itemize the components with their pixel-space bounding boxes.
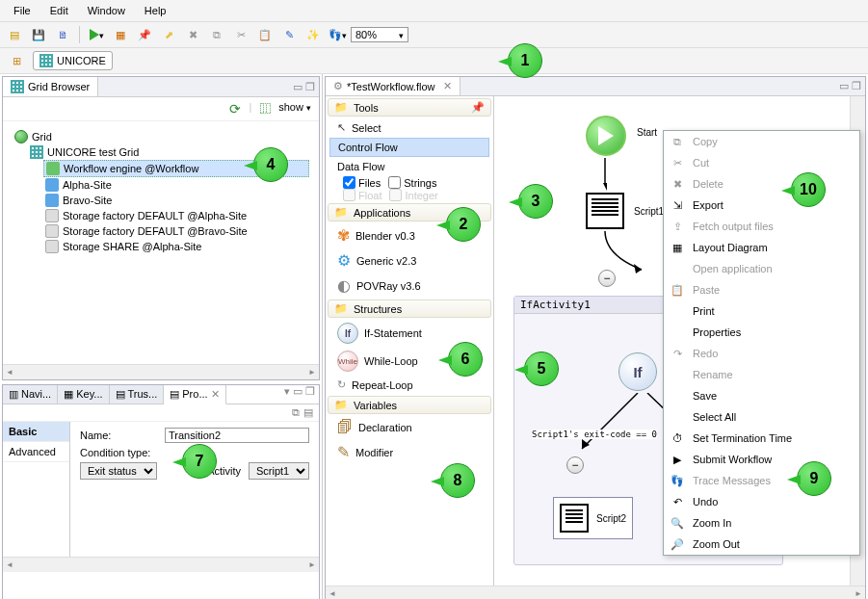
open-perspective-button[interactable]: ⊞ [6, 50, 27, 71]
ctx-open-application: Open application [664, 258, 859, 279]
pal-generic[interactable]: ⚙Generic v2.3 [329, 248, 489, 273]
name-label: Name: [80, 430, 157, 441]
tree-storage-alpha[interactable]: Storage factory DEFAULT @Alpha-Site [43, 208, 309, 223]
maximize-icon[interactable]: ❐ [305, 385, 315, 404]
pal-control-flow[interactable]: Control Flow [329, 138, 489, 157]
drawer-structures[interactable]: 📁Structures [328, 300, 491, 318]
tab-navigator[interactable]: ▥ Navi... [3, 385, 58, 404]
hscrollbar[interactable] [326, 586, 865, 599]
hscrollbar[interactable] [3, 364, 319, 379]
main-toolbar: ▤ 💾 🗎 ▦ 📌 ⬈ ✖ ⧉ ✂ 📋 ✎ ✨ 👣 80% [0, 22, 868, 48]
activity-select[interactable]: Script1 [249, 462, 309, 480]
script1-node[interactable] [586, 193, 624, 229]
view-menu-icon[interactable]: ▾ [284, 385, 290, 404]
play-icon: ▶ [670, 452, 685, 467]
tree-storage-share[interactable]: Storage SHARE @Alpha-Site [43, 239, 309, 254]
editor-tab[interactable]: ⚙ *TestWorkflow.flow ✕ [326, 77, 460, 95]
blank-icon [670, 367, 685, 382]
copy-button[interactable]: ⧉ [206, 24, 227, 45]
menu-file[interactable]: File [4, 2, 40, 19]
ctx-layout-diagram[interactable]: ▦Layout Diagram [664, 237, 859, 258]
copy-icon: ⧉ [670, 134, 685, 149]
arrow-button[interactable]: ⬈ [158, 24, 179, 45]
script2-label: Script2 [596, 513, 626, 524]
unicore-perspective[interactable]: UNICORE [33, 51, 113, 70]
zoomout-icon: 🔎 [670, 536, 685, 552]
filter-icon[interactable]: ⿲ [257, 101, 273, 117]
ctx-properties[interactable]: Properties [664, 322, 859, 343]
grid-browser-tab[interactable]: Grid Browser [3, 77, 98, 96]
close-icon[interactable]: ✕ [211, 388, 220, 401]
cond-select[interactable]: Exit status [80, 462, 157, 480]
ctx-save[interactable]: Save [664, 385, 859, 406]
edit-button[interactable]: ✎ [278, 24, 300, 45]
ctx-label: Zoom In [693, 517, 731, 529]
tab-keystore[interactable]: ▦ Key... [58, 385, 109, 404]
ctx-print[interactable]: Print [664, 300, 859, 322]
wand-button[interactable]: ✨ [302, 24, 324, 45]
zoom-combo[interactable]: 80% [351, 27, 408, 42]
prop-basic[interactable]: Basic [3, 422, 69, 442]
transition-true-label[interactable]: Script1's exit-code == 0 [532, 430, 657, 439]
delete-button[interactable]: ✖ [182, 24, 203, 45]
ctx-select-all[interactable]: Select All [664, 406, 859, 428]
blank-icon [670, 325, 685, 340]
script2-container[interactable]: Script2 [553, 497, 633, 539]
callout-1: 1 [508, 43, 548, 84]
tree-bravo-site[interactable]: Bravo-Site [43, 193, 309, 208]
close-icon[interactable]: ✕ [443, 80, 452, 92]
collapse-toggle[interactable]: − [598, 270, 616, 287]
save-button[interactable]: 💾 [28, 24, 49, 45]
pin-button[interactable]: 📌 [134, 24, 155, 45]
name-field[interactable] [165, 428, 309, 443]
chk-files[interactable]: Files [343, 176, 381, 189]
ctx-label: Select All [693, 411, 736, 423]
pal-modifier[interactable]: ✎Modifier [329, 440, 489, 464]
minimize-icon[interactable]: ▭ [293, 81, 302, 93]
ctx-zoom-in[interactable]: 🔍Zoom In [664, 512, 859, 534]
ctx-label: Properties [693, 326, 741, 338]
tree-storage-bravo[interactable]: Storage factory DEFAULT @Bravo-Site [43, 223, 309, 239]
start-node[interactable] [586, 116, 626, 156]
drawer-variables[interactable]: 📁Variables [328, 396, 491, 414]
prop-pin2-icon[interactable]: ▤ [303, 406, 313, 419]
paste-button[interactable]: 📋 [254, 24, 276, 45]
chk-strings[interactable]: Strings [388, 176, 436, 189]
trace-button[interactable]: 👣 [327, 24, 348, 45]
save-all-button[interactable]: 🗎 [52, 24, 73, 45]
db-button[interactable]: ▦ [110, 24, 131, 45]
ctx-paste: 📋Paste [664, 279, 859, 300]
collapse-toggle[interactable]: − [566, 456, 584, 474]
tab-truststore[interactable]: ▤ Trus... [110, 385, 165, 404]
trace-icon: 👣 [670, 473, 685, 488]
if-split-node[interactable]: If [618, 352, 657, 391]
drawer-tools[interactable]: 📁Tools📌 [328, 98, 491, 117]
pal-data-flow[interactable]: Data Flow [329, 158, 489, 175]
hscrollbar[interactable] [3, 557, 319, 572]
ctx-copy: ⧉Copy [664, 131, 859, 152]
refresh-button[interactable] [227, 101, 243, 117]
menu-help[interactable]: Help [135, 2, 176, 19]
maximize-icon[interactable]: ❐ [305, 81, 315, 93]
grid-icon [11, 80, 24, 93]
cut-button[interactable]: ✂ [230, 24, 251, 45]
tree-root[interactable]: Grid [13, 129, 309, 144]
menu-window[interactable]: Window [78, 2, 135, 19]
ctx-zoom-out[interactable]: 🔎Zoom Out [664, 534, 859, 555]
cut-icon: ✂ [670, 155, 685, 170]
pin-icon[interactable]: 📌 [471, 101, 485, 114]
run-button[interactable] [86, 24, 107, 45]
pal-povray[interactable]: ◐POVRay v3.6 [329, 273, 489, 298]
prop-pin-icon[interactable]: ⧉ [292, 406, 300, 419]
tab-properties[interactable]: ▤ Pro... ✕ [164, 385, 225, 404]
minimize-icon[interactable]: ▭ [839, 80, 849, 92]
show-dropdown[interactable]: show [278, 101, 311, 117]
menu-edit[interactable]: Edit [40, 2, 78, 19]
pal-declaration[interactable]: 🗐Declaration [329, 416, 489, 439]
ctx-set-termination-time[interactable]: ⏱Set Termination Time [664, 428, 859, 449]
prop-advanced[interactable]: Advanced [3, 442, 69, 462]
maximize-icon[interactable]: ❐ [852, 80, 861, 92]
pal-select[interactable]: Select [329, 118, 489, 137]
minimize-icon[interactable]: ▭ [293, 385, 302, 404]
new-button[interactable]: ▤ [4, 24, 25, 45]
